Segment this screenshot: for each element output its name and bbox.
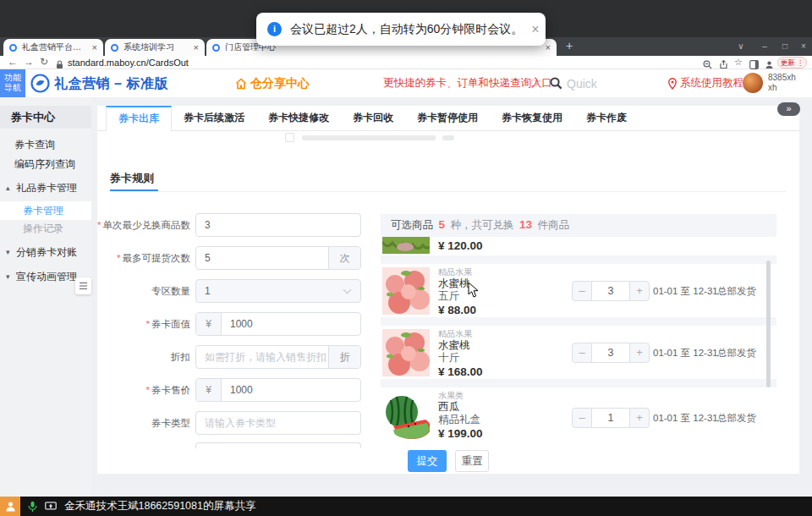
share-center-label: 仓分享中心 xyxy=(250,76,310,91)
close-icon[interactable]: × xyxy=(531,22,539,37)
maximize-icon[interactable]: □ xyxy=(775,37,795,56)
checkbox[interactable] xyxy=(285,133,294,142)
text-input[interactable] xyxy=(196,346,328,368)
update-button[interactable]: 更新 ⋮ xyxy=(777,57,807,69)
sidebar-item-label: 分销券卡对账 xyxy=(0,246,77,258)
minimize-icon[interactable]: – xyxy=(754,37,775,56)
site-favicon-icon xyxy=(212,44,220,52)
sidebar-item[interactable]: ▴礼品券卡管理 xyxy=(0,178,91,197)
tab-1[interactable]: 券卡出库 xyxy=(106,106,172,131)
text-input[interactable] xyxy=(196,214,360,236)
function-nav-line2: 导航 xyxy=(0,83,25,93)
triangle-up-icon: ▴ xyxy=(6,178,10,197)
function-nav-toggle[interactable]: 功能 导航 xyxy=(0,69,25,97)
product-row[interactable]: 精品水果水蜜桃五斤¥ 88.00–3+01-01 至 12-31总部发货 xyxy=(381,264,776,317)
plus-button[interactable]: + xyxy=(629,343,650,363)
minus-button[interactable]: – xyxy=(572,281,592,301)
text-input[interactable] xyxy=(196,247,328,269)
minus-button[interactable]: – xyxy=(572,408,592,428)
tab-6[interactable]: 券卡恢复使用 xyxy=(490,106,574,131)
browser-tab[interactable]: 系统培训学习× xyxy=(105,39,205,56)
tab-close-icon[interactable]: × xyxy=(92,42,97,52)
collapse-panel-button[interactable]: » xyxy=(777,102,800,116)
quantity-value[interactable]: 3 xyxy=(592,343,629,363)
sidebar-item[interactable]: ▾分销券卡对账 xyxy=(0,243,91,261)
url-text[interactable]: standard.maboy.cn/CardsOut xyxy=(68,56,189,69)
product-row[interactable]: ¥ 120.00 xyxy=(381,237,776,255)
tab-5[interactable]: 券卡暂停使用 xyxy=(405,106,490,131)
browser-tab[interactable]: 礼盒营销平台管理中心× xyxy=(3,39,103,56)
tab-7[interactable]: 券卡作废 xyxy=(574,106,639,131)
product-name: 水蜜桃 xyxy=(438,339,483,352)
sidebar-item[interactable]: 编码序列查询 xyxy=(0,155,91,173)
required-asterisk: * xyxy=(117,253,120,263)
text-input[interactable] xyxy=(196,412,360,434)
avatar[interactable] xyxy=(743,73,763,93)
info-icon: i xyxy=(267,22,282,36)
main-tab-bar: 券卡出库券卡后续激活券卡快捷修改券卡回收券卡暂停使用券卡恢复使用券卡作废 xyxy=(97,106,799,131)
plus-button[interactable]: + xyxy=(629,408,650,428)
star-icon[interactable]: ☆ xyxy=(734,56,743,69)
tab-2[interactable]: 券卡后续激活 xyxy=(172,106,256,131)
product-spec: 精品礼盒 xyxy=(438,414,483,426)
quick-search[interactable]: Quick xyxy=(550,69,597,97)
function-nav-line1: 功能 xyxy=(0,73,25,83)
tab-4[interactable]: 券卡回收 xyxy=(341,106,405,131)
input-field[interactable] xyxy=(195,411,361,435)
input-field[interactable]: ¥ xyxy=(195,378,361,402)
sharer-avatar xyxy=(0,497,20,516)
date-range: 01-01 至 12-31 xyxy=(653,285,718,297)
product-row[interactable]: 水果类西瓜精品礼盒¥ 199.00–1+01-01 至 12-31总部发货 xyxy=(381,387,776,447)
product-price: ¥ 168.00 xyxy=(438,365,483,379)
select-field[interactable]: 1 xyxy=(195,279,361,303)
sidebar: 券卡中心 券卡查询编码序列查询▴礼品券卡管理券卡管理操作记录▾分销券卡对账▾宣传… xyxy=(0,97,91,497)
new-tab-button[interactable]: + xyxy=(562,39,577,54)
product-texts: 水果类西瓜精品礼盒¥ 199.00 xyxy=(438,390,483,441)
sidebar-item[interactable]: 券卡查询 xyxy=(0,135,91,154)
tab-close-icon[interactable]: × xyxy=(546,42,551,52)
sidebar-collapse-handle[interactable] xyxy=(75,277,91,294)
username: 8385xh xh xyxy=(768,73,796,93)
reset-button[interactable]: 重置 xyxy=(455,450,489,472)
reload-icon[interactable]: ↻ xyxy=(40,56,48,69)
input-field[interactable]: 折 xyxy=(195,345,361,369)
screencast-icon[interactable] xyxy=(45,502,57,511)
products-panel: 可选商品 5 种，共可兑换 13 件商品 ¥ 120.00精品水果水蜜桃五斤¥ … xyxy=(381,214,776,447)
back-icon[interactable]: ← xyxy=(8,56,18,69)
update-label: 更新 xyxy=(781,59,795,67)
browser-tab-title: 系统培训学习 xyxy=(123,41,189,53)
input-field[interactable]: 次 xyxy=(195,246,361,270)
field-label: *单次最少兑换商品数 xyxy=(97,213,190,237)
tab-close-icon[interactable]: × xyxy=(194,42,199,52)
sidebar-item-label: 宣传动画管理 xyxy=(0,271,77,283)
field-label-text: 单次最少兑换商品数 xyxy=(103,220,191,230)
site-favicon-icon xyxy=(9,44,17,52)
tab-3[interactable]: 券卡快捷修改 xyxy=(256,106,341,131)
product-row[interactable]: 精品水果水蜜桃十斤¥ 168.00–3+01-01 至 12-31总部发货 xyxy=(381,326,776,379)
microphone-icon[interactable] xyxy=(28,501,37,513)
quantity-value[interactable]: 1 xyxy=(592,408,629,428)
sidebar-item[interactable]: 操作记录 xyxy=(0,219,91,238)
quantity-value[interactable]: 3 xyxy=(592,281,629,301)
chevron-down-icon[interactable]: ∨ xyxy=(731,37,751,56)
window-close-icon[interactable]: × xyxy=(793,37,812,56)
minus-button[interactable]: – xyxy=(572,343,592,363)
input-field[interactable]: ¥ xyxy=(195,312,361,336)
field-label: *券卡面值 xyxy=(97,312,190,336)
section-title: 券卡规则 xyxy=(110,171,154,186)
summary-label: 件商品 xyxy=(537,219,569,231)
input-field[interactable] xyxy=(195,213,361,237)
tutorial-link[interactable]: 系统使用教程 xyxy=(668,69,743,97)
share-center-link[interactable]: 仓分享中心 xyxy=(235,69,310,97)
scrollbar-thumb[interactable] xyxy=(766,261,771,387)
currency-prefix: ¥ xyxy=(196,313,222,335)
plus-button[interactable]: + xyxy=(629,281,650,301)
text-input[interactable] xyxy=(222,313,360,335)
forward-icon[interactable]: → xyxy=(24,56,34,69)
submit-button[interactable]: 提交 xyxy=(408,450,447,472)
form-row: *券卡面值¥ xyxy=(97,312,376,336)
text-input[interactable] xyxy=(222,379,360,401)
browser-toolbar: ← → ↻ standard.maboy.cn/CardsOut ☆ 更新 ⋮ xyxy=(0,56,812,69)
chevron-down-icon xyxy=(343,286,352,294)
sidebar-item[interactable]: 券卡管理 xyxy=(0,201,91,220)
